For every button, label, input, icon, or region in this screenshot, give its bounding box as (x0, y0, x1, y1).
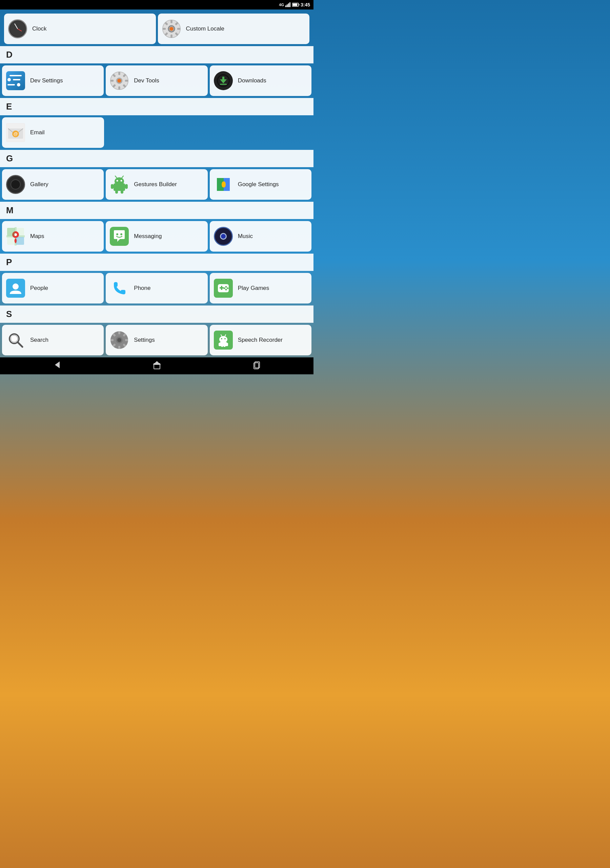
svg-rect-46 (111, 184, 113, 189)
row-s: Search (0, 323, 313, 357)
search-label: Search (30, 337, 48, 344)
app-email[interactable]: @ Email (2, 117, 104, 148)
svg-rect-48 (115, 190, 118, 194)
back-button[interactable] (45, 357, 68, 374)
speech-recorder-label: Speech Recorder (238, 337, 283, 344)
gestures-builder-icon (110, 175, 129, 194)
clock-icon (8, 19, 28, 39)
section-header-e: E (0, 98, 313, 115)
row-e: @ Email (0, 115, 313, 150)
svg-point-70 (11, 336, 14, 338)
app-speech-recorder[interactable]: Speech Recorder (210, 325, 311, 355)
settings-label: Settings (134, 337, 155, 344)
svg-rect-90 (221, 346, 223, 347)
svg-rect-21 (119, 87, 121, 90)
svg-rect-34 (220, 84, 227, 85)
svg-point-82 (219, 336, 228, 343)
svg-line-85 (221, 335, 222, 337)
clock-label: Clock (32, 25, 47, 32)
svg-rect-72 (118, 331, 120, 334)
svg-rect-9 (170, 20, 172, 23)
music-label: Music (238, 233, 253, 240)
svg-point-84 (224, 338, 226, 339)
svg-rect-57 (16, 237, 24, 245)
app-phone[interactable]: Phone (106, 273, 207, 304)
dev-tools-icon (110, 71, 129, 90)
svg-line-86 (224, 335, 226, 337)
row-g: Gallery (0, 167, 313, 202)
app-downloads[interactable]: Downloads (210, 65, 311, 96)
svg-point-81 (117, 338, 121, 342)
svg-rect-88 (218, 343, 221, 346)
svg-rect-62 (221, 286, 222, 290)
maps-icon (6, 226, 25, 246)
svg-text:@: @ (14, 131, 18, 136)
gestures-builder-label: Gestures Builder (134, 181, 177, 188)
app-people[interactable]: People (2, 273, 104, 304)
svg-rect-75 (125, 339, 128, 341)
app-list: Clock (0, 9, 313, 357)
app-google-settings[interactable]: Google Settings (210, 169, 311, 200)
svg-rect-56 (7, 228, 15, 236)
battery-icon (292, 2, 300, 7)
time-display: 3:45 (300, 2, 310, 8)
app-play-games[interactable]: Play Games (210, 273, 311, 304)
svg-rect-47 (125, 184, 128, 189)
svg-point-66 (225, 289, 227, 291)
svg-rect-12 (177, 28, 180, 30)
app-clock[interactable]: Clock (4, 14, 156, 44)
app-dev-tools[interactable]: Dev Tools (106, 65, 207, 96)
music-icon (214, 226, 233, 246)
dev-tools-label: Dev Tools (134, 77, 159, 84)
section-header-p: P (0, 254, 313, 271)
search-icon (6, 330, 25, 350)
svg-marker-94 (153, 361, 161, 365)
svg-point-58 (116, 233, 118, 235)
speech-recorder-icon (214, 330, 233, 350)
svg-point-60 (12, 284, 19, 290)
recents-button[interactable] (245, 357, 268, 374)
messaging-label: Messaging (134, 233, 162, 240)
navigation-bar (0, 357, 313, 374)
svg-rect-6 (293, 4, 297, 6)
app-custom-locale[interactable]: Custom Locale (158, 14, 310, 44)
svg-rect-74 (110, 339, 113, 341)
play-games-label: Play Games (238, 285, 269, 291)
app-settings[interactable]: Settings (106, 325, 207, 355)
svg-rect-49 (121, 190, 123, 194)
svg-rect-22 (110, 80, 113, 82)
network-label: 4G (279, 3, 284, 7)
downloads-icon (214, 71, 233, 90)
email-label: Email (30, 129, 45, 136)
downloads-label: Downloads (238, 77, 266, 84)
app-music[interactable]: Music (210, 221, 311, 251)
app-gallery[interactable]: Gallery (2, 169, 104, 200)
app-search[interactable]: Search (2, 325, 104, 355)
app-dev-settings[interactable]: Dev Settings (2, 65, 104, 96)
app-messaging[interactable]: Messaging (106, 221, 207, 251)
section-header-d: D (0, 46, 313, 64)
people-label: People (30, 285, 48, 291)
signal-icon (285, 2, 291, 8)
row-m: Maps Messaging (0, 219, 313, 254)
phone-icon (110, 278, 129, 298)
section-header-m: M (0, 202, 313, 219)
svg-rect-20 (119, 72, 121, 75)
svg-point-18 (169, 27, 173, 31)
app-maps[interactable]: Maps (2, 221, 104, 251)
row-p: People Phone (0, 271, 313, 305)
svg-marker-92 (55, 361, 60, 368)
svg-point-63 (225, 286, 227, 288)
email-icon: @ (6, 123, 25, 143)
svg-rect-11 (163, 28, 166, 30)
svg-point-64 (227, 288, 228, 289)
home-button[interactable] (146, 357, 169, 374)
svg-rect-91 (224, 346, 225, 347)
dev-settings-label: Dev Settings (30, 77, 63, 84)
svg-point-43 (121, 180, 122, 182)
app-gestures-builder[interactable]: Gestures Builder (106, 169, 207, 200)
svg-rect-23 (125, 80, 128, 82)
svg-rect-1 (287, 5, 288, 7)
svg-rect-89 (226, 343, 228, 346)
messaging-icon (110, 226, 129, 246)
